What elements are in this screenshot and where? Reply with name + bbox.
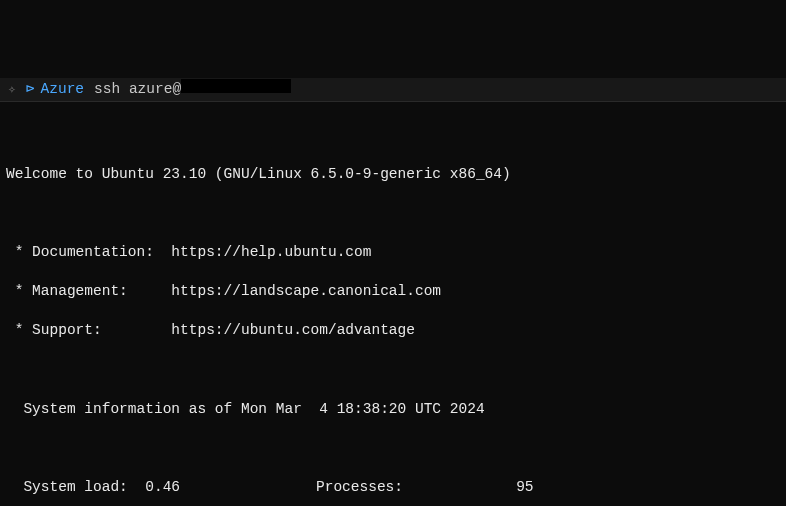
blank <box>6 361 780 381</box>
support-link: * Support: https://ubuntu.com/advantage <box>6 321 780 341</box>
breadcrumb: ⊳ Azure <box>26 80 84 100</box>
doc-link: * Documentation: https://help.ubuntu.com <box>6 243 780 263</box>
redacted-host <box>181 79 291 93</box>
breadcrumb-text: Azure <box>41 80 85 100</box>
chevron-right-icon: ⊳ <box>26 80 35 100</box>
ubuntu-icon: ✧ <box>8 81 16 99</box>
sysinfo-header: System information as of Mon Mar 4 18:38… <box>6 400 780 420</box>
mgmt-link: * Management: https://landscape.canonica… <box>6 282 780 302</box>
blank <box>6 439 780 459</box>
welcome-line: Welcome to Ubuntu 23.10 (GNU/Linux 6.5.0… <box>6 165 780 185</box>
sysinfo-row: System load: 0.46Processes: 95 <box>6 478 780 498</box>
titlebar: ✧ ⊳ Azure ssh azure@ <box>0 78 786 102</box>
blank <box>6 204 780 224</box>
title-command: ssh azure@ <box>94 79 291 100</box>
terminal-output[interactable]: Welcome to Ubuntu 23.10 (GNU/Linux 6.5.0… <box>0 141 786 506</box>
